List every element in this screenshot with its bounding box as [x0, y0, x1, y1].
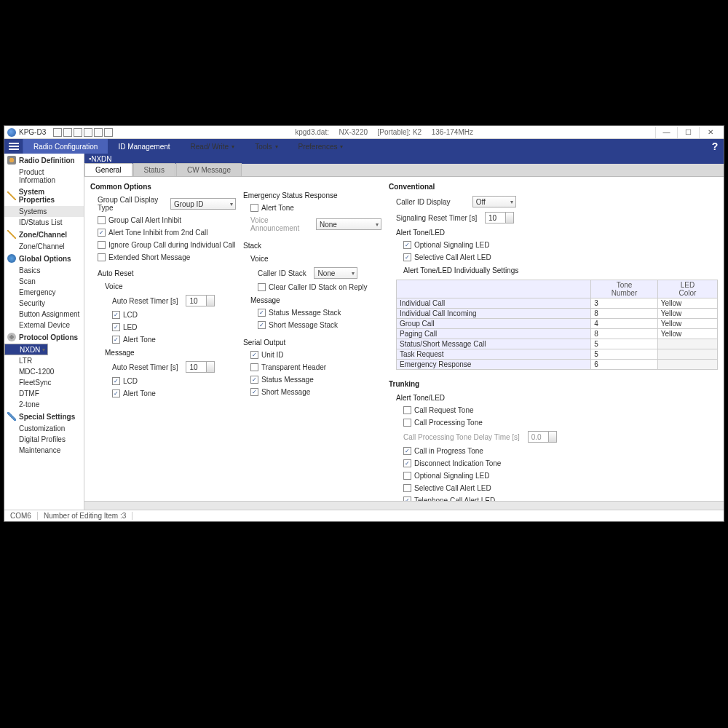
- titlebar: KPG-D3 kpgd3.dat: NX-3220 [Portable]: K2…: [4, 126, 724, 139]
- cb-ar-msg-at[interactable]: [112, 389, 120, 397]
- heading-stack-voice: Voice: [243, 255, 381, 263]
- cb-ar-voice-led[interactable]: [112, 323, 120, 331]
- cb-trunk-dit[interactable]: [403, 459, 411, 467]
- cb-conv-osl[interactable]: [403, 241, 411, 249]
- sidebar-item-customization[interactable]: Customization: [4, 423, 84, 434]
- cb-ar-voice-lcd[interactable]: [112, 311, 120, 319]
- cb-sms[interactable]: [258, 309, 266, 317]
- cb-trunk-cpt[interactable]: [403, 419, 411, 427]
- sidebar-sec-special-settings[interactable]: Special Settings: [4, 410, 84, 423]
- tb-icon-1[interactable]: [53, 128, 62, 137]
- antenna-icon: [7, 191, 16, 200]
- sidebar-item-maintenance[interactable]: Maintenance: [4, 445, 84, 456]
- cb-trunk-cipt[interactable]: [403, 447, 411, 455]
- app-title: KPG-D3: [19, 128, 46, 136]
- sidebar-item-idstatus-list[interactable]: ID/Status List: [4, 217, 84, 228]
- sidebar-item-ltr[interactable]: LTR: [4, 355, 84, 366]
- table-conv-atl: Tone NumberLED Color Individual Call3Yel…: [396, 280, 718, 370]
- table-row[interactable]: Individual Call3Yellow: [397, 298, 718, 309]
- meta-freq: 136-174MHz: [432, 128, 473, 136]
- status-com: COM6: [4, 512, 38, 520]
- tab-cw-message[interactable]: CW Message: [176, 163, 242, 176]
- cb-atifc[interactable]: [98, 229, 106, 237]
- sidebar-item-systems[interactable]: Systems: [4, 206, 84, 217]
- window-close[interactable]: ✕: [699, 127, 721, 138]
- sidebar-item-nxdn[interactable]: NXDN: [4, 344, 48, 355]
- table-row[interactable]: Individual Call Incoming8Yellow: [397, 309, 718, 319]
- sidebar-item-emergency[interactable]: Emergency: [4, 287, 84, 298]
- select-esr-va[interactable]: None: [316, 218, 381, 230]
- cb-trunk-scal[interactable]: [403, 484, 411, 492]
- tab-status[interactable]: Status: [133, 163, 175, 176]
- cb-serial-uid[interactable]: [250, 351, 258, 359]
- menu-read-write[interactable]: Read/ Write▾: [181, 139, 245, 154]
- sidebar-item-mdc1200[interactable]: MDC-1200: [4, 366, 84, 377]
- sidebar-sec-protocol-options[interactable]: Protocol Options: [4, 331, 84, 344]
- sidebar-item-digital-profiles[interactable]: Digital Profiles: [4, 434, 84, 445]
- heading-conv-atl: Alert Tone/LED: [389, 229, 718, 237]
- table-row[interactable]: Group Call4Yellow: [397, 319, 718, 329]
- table-row[interactable]: Emergency Response6: [397, 360, 718, 370]
- heading-ar-message: Message: [90, 349, 236, 357]
- cb-conv-scal[interactable]: [403, 253, 411, 261]
- select-gcdt[interactable]: Group ID: [170, 198, 236, 210]
- select-caller-id-display[interactable]: Off: [472, 196, 516, 207]
- sidebar-item-product-information[interactable]: Product Information: [4, 167, 84, 186]
- sidebar-item-scan[interactable]: Scan: [4, 276, 84, 287]
- horizontal-scrollbar[interactable]: [84, 501, 724, 510]
- cb-esm[interactable]: [98, 253, 106, 261]
- cb-trunk-crt[interactable]: [403, 406, 411, 414]
- heading-conv-atlis: Alert Tone/LED Individually Settings: [389, 266, 718, 274]
- radio-icon: [7, 156, 16, 165]
- hamburger-icon[interactable]: [4, 139, 23, 154]
- cb-trunk-osl[interactable]: [403, 472, 411, 480]
- sidebar-item-dtmf[interactable]: DTMF: [4, 388, 84, 399]
- sidebar-sec-global-options[interactable]: Global Options: [4, 252, 84, 265]
- sidebar-item-security[interactable]: Security: [4, 298, 84, 309]
- table-row[interactable]: Status/Short Message Call5: [397, 339, 718, 349]
- num-ar-voice-timer[interactable]: 10: [186, 295, 215, 306]
- tb-icon-3[interactable]: [74, 128, 82, 137]
- sidebar-sec-radio-definition[interactable]: Radio Definition: [4, 154, 84, 167]
- cb-shms[interactable]: [258, 321, 266, 329]
- help-icon[interactable]: ?: [706, 139, 724, 154]
- sidebar-item-external-device[interactable]: External Device: [4, 320, 84, 331]
- tab-general[interactable]: General: [84, 163, 132, 176]
- toolbar-icons: [53, 128, 113, 137]
- menu-radio-configuration[interactable]: Radio Configuration: [23, 139, 108, 154]
- wrench-icon: [7, 412, 16, 421]
- tb-icon-4[interactable]: [84, 128, 92, 137]
- sidebar-sec-zone-channel[interactable]: Zone/Channel: [4, 228, 84, 241]
- num-srt[interactable]: 10: [485, 212, 514, 223]
- select-cids[interactable]: None: [314, 267, 357, 279]
- sidebar-item-button-assignment[interactable]: Button Assignment: [4, 309, 84, 320]
- cb-serial-sm[interactable]: [250, 376, 258, 384]
- cb-serial-th[interactable]: [250, 363, 258, 371]
- menu-id-management[interactable]: ID Management: [108, 139, 180, 154]
- meta-model: NX-3220: [339, 128, 368, 136]
- cb-ccids[interactable]: [258, 283, 266, 291]
- sidebar-sec-system-properties[interactable]: System Properties: [4, 186, 84, 206]
- cb-esr-at[interactable]: [250, 204, 258, 212]
- cb-igcdic[interactable]: [98, 241, 106, 249]
- sidebar-item-basics[interactable]: Basics: [4, 265, 84, 276]
- table-row[interactable]: Task Request5: [397, 349, 718, 360]
- cb-ar-voice-at[interactable]: [112, 336, 120, 344]
- menu-tools[interactable]: Tools▾: [245, 139, 288, 154]
- tb-icon-5[interactable]: [94, 128, 103, 137]
- cb-ar-msg-lcd[interactable]: [112, 377, 120, 385]
- tb-icon-6[interactable]: [104, 128, 113, 137]
- sidebar-item-fleetsync[interactable]: FleetSync: [4, 377, 84, 388]
- sidebar-item-2tone[interactable]: 2-tone: [4, 399, 84, 410]
- globe-icon: [7, 254, 16, 263]
- sidebar-item-zone-channel[interactable]: Zone/Channel: [4, 241, 84, 252]
- table-row[interactable]: Paging Call8Yellow: [397, 329, 718, 339]
- num-ar-msg-timer[interactable]: 10: [186, 361, 215, 373]
- num-cptdt[interactable]: 0.0: [528, 431, 557, 443]
- menu-preferences[interactable]: Preferences▾: [288, 139, 354, 154]
- window-minimize[interactable]: —: [655, 127, 677, 138]
- tb-icon-2[interactable]: [63, 128, 72, 137]
- cb-serial-shm[interactable]: [250, 388, 258, 396]
- cb-gcai[interactable]: [98, 216, 106, 224]
- window-maximize[interactable]: ☐: [677, 127, 699, 138]
